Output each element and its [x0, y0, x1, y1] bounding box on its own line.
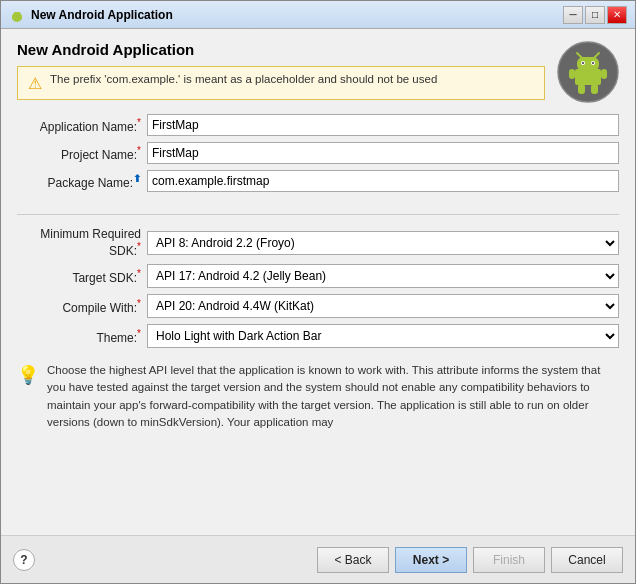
warning-icon: ⚠: [28, 74, 42, 93]
min-sdk-label: Minimum Required SDK:*: [17, 227, 147, 258]
package-name-row: Package Name:⬆: [17, 170, 619, 192]
cancel-button[interactable]: Cancel: [551, 547, 623, 573]
svg-rect-7: [577, 57, 599, 71]
target-sdk-row: Target SDK:* API 17: Android 4.2 (Jelly …: [17, 264, 619, 288]
project-name-input[interactable]: [147, 142, 619, 164]
target-sdk-label: Target SDK:*: [17, 268, 147, 285]
info-section: 💡 Choose the highest API level that the …: [17, 362, 619, 523]
header-area: New Android Application ⚠ The prefix 'co…: [17, 41, 619, 114]
close-button[interactable]: ✕: [607, 6, 627, 24]
divider: [17, 214, 619, 215]
theme-label: Theme:*: [17, 328, 147, 345]
svg-point-11: [592, 62, 594, 64]
next-button[interactable]: Next >: [395, 547, 467, 573]
form-section: Application Name:* Project Name:* Packag…: [17, 114, 619, 192]
package-name-input[interactable]: [147, 170, 619, 192]
android-logo-container: [557, 41, 619, 106]
finish-button[interactable]: Finish: [473, 547, 545, 573]
app-name-row: Application Name:*: [17, 114, 619, 136]
window-icon: [9, 7, 25, 23]
minimize-button[interactable]: ─: [563, 6, 583, 24]
svg-rect-17: [591, 84, 598, 94]
bottom-buttons: < Back Next > Finish Cancel: [317, 547, 623, 573]
project-name-label: Project Name:*: [17, 145, 147, 162]
project-name-row: Project Name:*: [17, 142, 619, 164]
svg-rect-1: [14, 12, 16, 16]
help-button[interactable]: ?: [13, 549, 35, 571]
theme-select[interactable]: Holo Light with Dark Action Bar: [147, 324, 619, 348]
svg-rect-4: [20, 16, 22, 19]
app-name-input[interactable]: [147, 114, 619, 136]
svg-rect-16: [578, 84, 585, 94]
target-sdk-select[interactable]: API 17: Android 4.2 (Jelly Bean): [147, 264, 619, 288]
compile-row: Compile With:* API 20: Android 4.4W (Kit…: [17, 294, 619, 318]
dialog-content: New Android Application ⚠ The prefix 'co…: [1, 29, 635, 535]
compile-label: Compile With:*: [17, 298, 147, 315]
page-title: New Android Application: [17, 41, 545, 58]
svg-rect-14: [569, 69, 575, 79]
info-text: Choose the highest API level that the ap…: [47, 362, 619, 431]
maximize-button[interactable]: □: [585, 6, 605, 24]
package-name-label: Package Name:⬆: [17, 173, 147, 190]
svg-point-10: [582, 62, 584, 64]
title-bar: New Android Application ─ □ ✕: [1, 1, 635, 29]
dialog-window: New Android Application ─ □ ✕ New Androi…: [0, 0, 636, 584]
svg-rect-2: [18, 12, 20, 16]
back-button[interactable]: < Back: [317, 547, 389, 573]
bottom-left: ?: [13, 549, 317, 571]
svg-rect-6: [575, 69, 601, 85]
svg-rect-3: [12, 16, 14, 19]
info-icon: 💡: [17, 364, 39, 386]
min-sdk-select[interactable]: API 8: Android 2.2 (Froyo): [147, 231, 619, 255]
app-name-label: Application Name:*: [17, 117, 147, 134]
title-bar-buttons: ─ □ ✕: [563, 6, 627, 24]
warning-bar: ⚠ The prefix 'com.example.' is meant as …: [17, 66, 545, 100]
sdk-section: Minimum Required SDK:* API 8: Android 2.…: [17, 227, 619, 348]
min-sdk-row: Minimum Required SDK:* API 8: Android 2.…: [17, 227, 619, 258]
bottom-bar: ? < Back Next > Finish Cancel: [1, 535, 635, 583]
android-logo: [557, 41, 619, 103]
theme-row: Theme:* Holo Light with Dark Action Bar: [17, 324, 619, 348]
compile-select[interactable]: API 20: Android 4.4W (KitKat): [147, 294, 619, 318]
title-bar-text: New Android Application: [31, 8, 563, 22]
warning-text: The prefix 'com.example.' is meant as a …: [50, 73, 437, 85]
svg-rect-15: [601, 69, 607, 79]
